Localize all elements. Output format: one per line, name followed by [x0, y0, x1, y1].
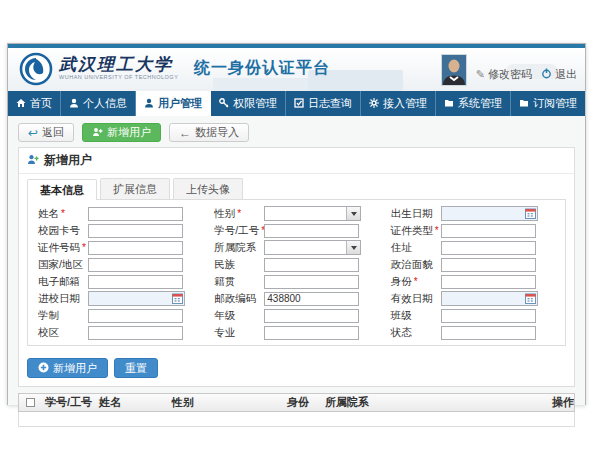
field-label: 进校日期 — [38, 292, 80, 304]
id-type-input[interactable] — [441, 224, 536, 238]
select-all-checkbox[interactable] — [26, 398, 35, 407]
col-department: 所属院系 — [321, 395, 548, 410]
email-input[interactable] — [88, 275, 183, 289]
nav-item-access-management[interactable]: 接入管理 — [361, 91, 436, 116]
user-avatar — [441, 54, 467, 86]
submit-add-user-button[interactable]: 新增用户 — [27, 358, 108, 378]
change-password-link[interactable]: ✎ 修改密码 — [476, 67, 532, 86]
name-input[interactable] — [88, 207, 183, 221]
country-region-input[interactable] — [88, 258, 183, 272]
class-field: 班级 — [385, 309, 561, 323]
edit-pencil-icon: ✎ — [476, 68, 485, 81]
email-field: 电子邮箱 — [32, 275, 208, 289]
field-label: 专业 — [214, 326, 235, 338]
nav-item-log-query[interactable]: 日志查询 — [286, 91, 361, 116]
class-input[interactable] — [441, 309, 536, 323]
field-label: 电子邮箱 — [38, 275, 80, 287]
col-gender: 性别 — [168, 395, 283, 410]
nav-label: 系统管理 — [458, 96, 502, 111]
nav-item-system-management[interactable]: 系统管理 — [436, 91, 511, 116]
major-input[interactable] — [264, 326, 359, 340]
add-user-panel: 新增用户 基本信息 扩展信息 上传头像 姓名* 性别* — [18, 147, 575, 387]
entry-date-field: 进校日期 — [32, 291, 208, 306]
birth-date-input[interactable] — [441, 206, 538, 221]
users-icon — [144, 98, 154, 110]
tab-basic-info[interactable]: 基本信息 — [27, 179, 97, 200]
department-select[interactable] — [264, 240, 361, 255]
nav-item-home[interactable]: 首页 — [8, 91, 61, 116]
panel-header: 新增用户 — [19, 148, 574, 174]
calendar-icon[interactable] — [172, 290, 183, 308]
logout-link[interactable]: 退出 — [541, 67, 577, 86]
header: 武汉理工大学 WUHAN UNIVERSITY OF TECHNOLOGY 统一… — [8, 48, 585, 91]
dropdown-arrow-icon[interactable] — [346, 207, 360, 220]
nav-label: 个人信息 — [83, 96, 127, 111]
political-status-field: 政治面貌 — [385, 258, 561, 272]
field-label: 班级 — [391, 309, 412, 321]
required-marker: * — [82, 242, 86, 253]
status-input[interactable] — [441, 326, 536, 340]
field-label: 籍贯 — [214, 275, 235, 287]
tab-upload-avatar[interactable]: 上传头像 — [173, 178, 243, 199]
back-button[interactable]: ↩ 返回 — [18, 123, 74, 142]
postal-code-input[interactable] — [264, 292, 359, 306]
add-user-label: 新增用户 — [107, 125, 151, 140]
ethnicity-input[interactable] — [264, 258, 359, 272]
required-marker: * — [237, 208, 241, 219]
postal-code-field: 邮政编码 — [208, 292, 384, 306]
field-label: 年级 — [214, 309, 235, 321]
data-import-label: 数据导入 — [195, 125, 239, 140]
required-marker: * — [435, 225, 439, 236]
folder-icon — [444, 98, 454, 110]
entry-date-input[interactable] — [88, 291, 185, 306]
student-id-input[interactable] — [264, 224, 359, 238]
dropdown-arrow-icon[interactable] — [346, 241, 360, 254]
person-plus-icon — [27, 154, 39, 168]
nav-label: 首页 — [30, 96, 52, 111]
department-field: 所属院系 — [208, 240, 384, 255]
user-area: ✎ 修改密码 退出 — [441, 54, 577, 86]
schooling-length-field: 学制 — [32, 309, 208, 323]
basic-info-form: 姓名* 性别* 出生日期 校园卡号 — [27, 199, 566, 346]
id-number-input[interactable] — [88, 241, 183, 255]
nav-label: 用户管理 — [158, 96, 202, 111]
field-label: 学制 — [38, 309, 59, 321]
form-actions: 新增用户 重置 — [19, 352, 574, 386]
identity-field: 身份* — [385, 275, 561, 289]
change-password-label: 修改密码 — [488, 67, 532, 82]
university-name: 武汉理工大学 — [59, 54, 178, 74]
native-place-input[interactable] — [264, 275, 359, 289]
content-area: ↩ 返回 新增用户 ← 数据导入 新增用户 基本信息 扩展信息 上传头像 — [8, 116, 585, 405]
nav-item-subscription-management[interactable]: 订阅管理 — [511, 91, 586, 116]
gender-select[interactable] — [264, 206, 361, 221]
field-label: 所属院系 — [214, 241, 256, 253]
field-label: 状态 — [391, 326, 412, 338]
required-marker: * — [61, 208, 65, 219]
reset-button[interactable]: 重置 — [114, 358, 158, 378]
schooling-length-input[interactable] — [88, 309, 183, 323]
folder-icon — [519, 98, 529, 110]
address-input[interactable] — [441, 241, 536, 255]
identity-input[interactable] — [441, 275, 536, 289]
nav-item-personal-info[interactable]: 个人信息 — [61, 91, 136, 116]
campus-input[interactable] — [88, 326, 183, 340]
nav-item-user-management[interactable]: 用户管理 — [136, 91, 211, 116]
grade-input[interactable] — [264, 309, 359, 323]
field-label: 性别 — [214, 207, 235, 219]
calendar-icon[interactable] — [525, 205, 536, 223]
university-logo-icon — [19, 52, 53, 90]
field-label: 住址 — [391, 241, 412, 253]
campus-card-input[interactable] — [88, 224, 183, 238]
form-tabs: 基本信息 扩展信息 上传头像 — [19, 174, 574, 199]
valid-date-field: 有效日期 — [385, 291, 561, 306]
valid-date-input[interactable] — [441, 291, 538, 306]
toolbar: ↩ 返回 新增用户 ← 数据导入 — [8, 116, 585, 146]
political-status-input[interactable] — [441, 258, 536, 272]
data-import-button[interactable]: ← 数据导入 — [169, 123, 249, 142]
nav-item-permission-management[interactable]: 权限管理 — [211, 91, 286, 116]
calendar-icon[interactable] — [525, 290, 536, 308]
col-student-id: 学号/工号 — [41, 395, 95, 410]
tab-extended-info[interactable]: 扩展信息 — [100, 178, 170, 199]
user-table-body-empty — [18, 412, 575, 427]
add-user-toolbar-button[interactable]: 新增用户 — [82, 123, 161, 142]
